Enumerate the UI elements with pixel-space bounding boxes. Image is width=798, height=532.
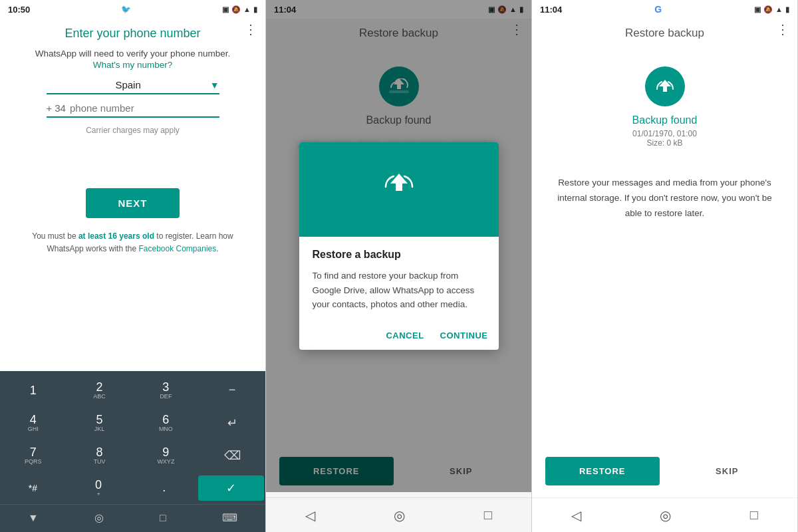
key-7[interactable]: 7PQRS (0, 440, 66, 470)
bottom-buttons-3: RESTORE SKIP (532, 450, 797, 492)
nav-bottom-3: ◁ ◎ □ (532, 497, 797, 532)
menu-button-1[interactable]: ⋮ (244, 21, 257, 37)
restore-button-3[interactable]: RESTORE (545, 457, 660, 485)
nav-home-icon-2[interactable]: ◎ (394, 507, 405, 523)
volume-icon-3: 🔕 (763, 5, 773, 14)
key-2[interactable]: 2ABC (66, 375, 133, 405)
key-4[interactable]: 4GHI (0, 408, 66, 438)
age-notice-text3: . (216, 244, 218, 253)
numeric-keyboard: 1 2ABC 3DEF − 4GHI 5JKL 6MNO ↵ 7PQRS 8TU… (0, 371, 265, 532)
phone-prefix: + 34 (47, 102, 66, 114)
panel-enter-phone: 10:50 🐦 ▣ 🔕 ▲ ▮ Enter your phone number … (0, 0, 266, 532)
key-confirm[interactable]: ✓ (198, 475, 264, 501)
page-title-3: Restore backup (532, 19, 797, 47)
plus-sign: + (47, 102, 53, 114)
next-button[interactable]: NEXT (86, 188, 179, 218)
subtitle-text: WhatsApp will need to verify your phone … (35, 49, 230, 59)
keyboard-row-1: 1 2ABC 3DEF − (0, 374, 265, 406)
wifi-icon: ▲ (243, 5, 251, 13)
wifi-icon-3: ▲ (775, 5, 783, 13)
restore-info-text: Restore your messages and media from you… (532, 156, 797, 241)
upload-svg-3 (655, 78, 675, 94)
dialog-actions: CANCEL CONTINUE (299, 324, 499, 350)
nav-recent-icon-2[interactable]: □ (484, 507, 492, 523)
backup-size: Size: 0 kB (646, 138, 682, 148)
volume-icon: 🔕 (231, 5, 241, 14)
cast-icon-3: ▣ (754, 5, 761, 14)
keyboard-row-2: 4GHI 5JKL 6MNO ↵ (0, 406, 265, 439)
subtitle-1: WhatsApp will need to verify your phone … (0, 46, 265, 60)
dialog-upload-svg (382, 172, 416, 199)
nav-back-icon-2[interactable]: ◁ (305, 507, 315, 523)
nav-back-icon[interactable]: ▼ (15, 509, 52, 527)
key-6[interactable]: 6MNO (133, 408, 200, 438)
dialog-body: Restore a backup To find and restore you… (299, 237, 499, 324)
nav-recent-icon[interactable]: □ (146, 509, 180, 527)
age-notice: You must be at least 16 years old to reg… (0, 230, 265, 255)
key-backspace[interactable]: ⌫ (199, 443, 265, 468)
age-notice-text1: You must be (32, 231, 78, 241)
cloud-upload-icon-3 (645, 66, 685, 106)
fb-link[interactable]: Facebook Companies (138, 244, 216, 253)
country-code: 34 (55, 102, 66, 114)
key-star-hash[interactable]: *# (0, 475, 66, 500)
panel-restore-clean: 11:04 G ▣ 🔕 ▲ ▮ Restore backup ⋮ Backup … (532, 0, 798, 532)
nav-keyboard-icon[interactable]: ⌨ (209, 509, 251, 527)
menu-button-3[interactable]: ⋮ (776, 21, 789, 37)
cast-icon: ▣ (222, 5, 229, 14)
status-icons-3: ▣ 🔕 ▲ ▮ (754, 5, 789, 14)
dialog-header (299, 142, 499, 237)
battery-icon-3: ▮ (785, 5, 789, 14)
google-icon: G (654, 4, 662, 15)
key-5[interactable]: 5JKL (66, 408, 133, 438)
age-highlight: at least 16 years old (78, 231, 154, 241)
backup-area-3: Backup found 01/01/1970, 01:00 Size: 0 k… (532, 47, 797, 156)
nav-home-icon-3[interactable]: ◎ (660, 507, 671, 523)
twitter-icon: 🐦 (121, 5, 131, 14)
country-name: Spain (47, 79, 210, 90)
keyboard-nav: ▼ ◎ □ ⌨ (0, 504, 265, 529)
key-minus[interactable]: − (199, 378, 265, 402)
nav-back-icon-3[interactable]: ◁ (571, 507, 581, 523)
dialog-cancel-button[interactable]: CANCEL (386, 331, 424, 340)
phone-number-input[interactable] (70, 102, 219, 114)
country-selector[interactable]: Spain ▼ (47, 79, 219, 94)
page-title-1: Enter your phone number (0, 19, 265, 46)
country-dropdown-icon: ▼ (210, 80, 219, 90)
dialog-continue-button[interactable]: CONTINUE (440, 331, 488, 340)
status-time-3: 11:04 (540, 5, 562, 15)
phone-number-row: + 34 (47, 102, 219, 118)
key-1[interactable]: 1 (0, 378, 66, 402)
status-bar-1: 10:50 🐦 ▣ 🔕 ▲ ▮ (0, 0, 265, 19)
key-enter[interactable]: ↵ (199, 410, 265, 436)
key-9[interactable]: 9WXYZ (133, 440, 200, 470)
panel-restore-backup-dialog: 11:04 ▣ 🔕 ▲ ▮ Restore backup ⋮ Backup fo… (266, 0, 532, 532)
key-dot[interactable]: . (132, 475, 198, 500)
status-time-1: 10:50 (8, 5, 30, 15)
dialog-header-icon (376, 162, 422, 209)
backup-date: 01/01/1970, 01:00 (632, 129, 697, 138)
nav-recent-icon-3[interactable]: □ (750, 507, 758, 523)
keyboard-row-3: 7PQRS 8TUV 9WXYZ ⌫ (0, 439, 265, 471)
restore-dialog: Restore a backup To find and restore you… (299, 142, 499, 350)
status-bar-3: 11:04 G ▣ 🔕 ▲ ▮ (532, 0, 797, 19)
skip-button-3[interactable]: SKIP (670, 457, 785, 485)
whats-my-number-link[interactable]: What's my number? (0, 60, 265, 79)
key-0[interactable]: 0+ (66, 473, 132, 503)
status-icons-1: ▣ 🔕 ▲ ▮ (222, 5, 257, 14)
dialog-overlay: Restore a backup To find and restore you… (266, 0, 531, 492)
key-8[interactable]: 8TUV (66, 440, 133, 470)
dialog-title: Restore a backup (313, 249, 485, 261)
nav-bottom-2: ◁ ◎ □ (266, 497, 531, 532)
battery-icon: ▮ (253, 5, 257, 14)
carrier-note: Carrier charges may apply (0, 122, 265, 148)
key-3[interactable]: 3DEF (133, 375, 200, 405)
backup-found-label-3: Backup found (632, 114, 698, 126)
dialog-text: To find and restore your backup from Goo… (313, 269, 485, 312)
keyboard-row-4: *# 0+ . ✓ (0, 471, 265, 504)
nav-home-icon[interactable]: ◎ (81, 509, 117, 527)
